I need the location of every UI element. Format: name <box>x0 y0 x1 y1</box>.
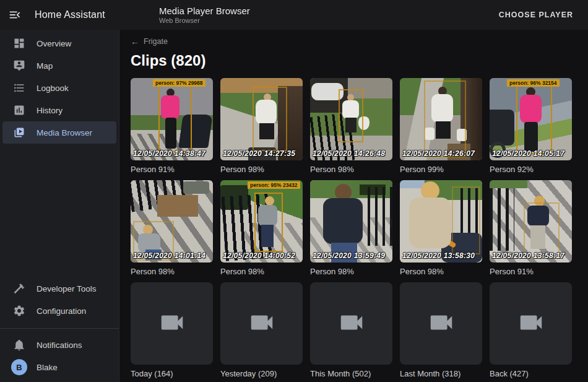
choose-player-button[interactable]: CHOOSE PLAYER <box>494 6 578 24</box>
back-arrow-icon: ← <box>131 38 139 45</box>
detection-label-chip: person: 97% 29988 <box>153 79 205 87</box>
clip-card[interactable]: 12/05/2020 13:58:30 Person 98% <box>400 180 482 277</box>
video-camera-icon <box>337 308 366 339</box>
sidebar-item-label: Developer Tools <box>37 284 97 293</box>
app-title: Home Assistant <box>35 9 105 20</box>
folder-label: Yesterday (209) <box>220 369 303 379</box>
folder-label: This Month (502) <box>310 369 392 379</box>
clip-timestamp: 12/05/2020 14:01:14 <box>133 251 205 260</box>
clip-card[interactable]: person: 95% 23432 12/05/2020 14:00:52 Pe… <box>220 180 303 277</box>
clip-timestamp: 12/05/2020 14:00:52 <box>223 251 295 260</box>
folder-card[interactable]: Yesterday (209) <box>220 282 303 379</box>
clip-card[interactable]: 12/05/2020 14:27:35 Person 98% <box>220 78 303 175</box>
clip-label: Person 98% <box>310 165 392 175</box>
sidebar-item-label: Logbook <box>37 84 69 93</box>
folder-card[interactable]: This Month (502) <box>310 282 392 379</box>
detection-label-chip: person: 96% 32154 <box>507 79 560 87</box>
sidebar-item-notifications[interactable]: Notifications <box>2 334 116 356</box>
video-camera-icon <box>517 308 545 339</box>
video-camera-icon <box>158 308 186 339</box>
clip-card[interactable]: 12/05/2020 14:26:07 Person 99% <box>400 78 482 175</box>
detection-bounding-box <box>516 84 552 154</box>
sidebar-divider <box>0 328 119 329</box>
folder-tile <box>131 282 213 365</box>
detection-bounding-box <box>424 80 466 157</box>
sidebar-item-label: History <box>37 106 63 115</box>
clip-label: Person 98% <box>400 267 482 277</box>
notifications-label: Notifications <box>37 341 82 350</box>
video-camera-icon <box>248 308 276 339</box>
clip-label: Person 92% <box>490 165 572 175</box>
user-name: Blake <box>37 363 58 372</box>
sidebar-item-profile[interactable]: B Blake <box>2 356 116 378</box>
play-box-multiple-icon <box>13 126 25 139</box>
folder-tile <box>400 282 482 365</box>
hammer-icon <box>13 282 25 295</box>
clip-card[interactable]: 12/05/2020 13:59:49 Person 98% <box>310 180 392 277</box>
video-camera-icon <box>427 308 456 339</box>
clip-timestamp: 12/05/2020 14:38:47 <box>133 149 205 158</box>
media-player-title: Media Player Browser <box>159 6 250 17</box>
bell-icon <box>13 339 25 351</box>
clip-thumbnail: person: 96% 32154 12/05/2020 14:05:17 <box>490 78 572 160</box>
folder-label: Today (164) <box>131 369 213 379</box>
folder-tile <box>490 282 572 365</box>
sidebar-nav: Overview Map Logbook History Media Brows… <box>0 30 119 144</box>
folder-card[interactable]: Back (427) <box>490 282 572 379</box>
sidebar-footer: Developer Tools Configuration Notificati… <box>0 277 119 382</box>
clip-timestamp: 12/05/2020 14:27:35 <box>223 149 295 158</box>
media-player-subtitle: Web Browser <box>159 17 250 25</box>
clip-thumbnail: 12/05/2020 14:27:35 <box>220 78 303 160</box>
folder-label: Back (427) <box>490 369 572 379</box>
clip-label: Person 98% <box>131 267 213 277</box>
sidebar-item[interactable]: Logbook <box>2 77 116 99</box>
sidebar-item-label: Overview <box>37 39 71 48</box>
sidebar-item[interactable]: Developer Tools <box>2 277 116 300</box>
sidebar-item[interactable]: Media Browser <box>2 121 116 144</box>
sidebar-item[interactable]: History <box>2 99 116 121</box>
folder-card[interactable]: Today (164) <box>131 282 213 379</box>
clip-label: Person 91% <box>490 267 572 277</box>
sidebar-item[interactable]: Map <box>2 54 116 77</box>
clip-card[interactable]: 12/05/2020 14:01:14 Person 98% <box>131 180 213 277</box>
clip-thumbnail: 12/05/2020 14:26:48 <box>310 78 392 160</box>
breadcrumb-label: Frigate <box>144 37 168 46</box>
view-dashboard-icon <box>13 37 25 50</box>
folder-tile <box>220 282 303 365</box>
clip-timestamp: 12/05/2020 13:58:17 <box>492 251 564 260</box>
folder-card[interactable]: Last Month (318) <box>400 282 482 379</box>
sidebar-item-label: Configuration <box>37 306 86 316</box>
clip-label: Person 99% <box>400 165 482 175</box>
sidebar-item-label: Map <box>37 61 53 71</box>
media-browser-content: ← Frigate Clips (820) person: 97% 29988 … <box>120 30 588 382</box>
list-bulleted-icon <box>13 82 25 94</box>
breadcrumb-back[interactable]: ← Frigate <box>131 36 168 47</box>
clip-thumbnail: person: 95% 23432 12/05/2020 14:00:52 <box>220 180 303 263</box>
sidebar-item-label: Media Browser <box>37 128 92 137</box>
clip-timestamp: 12/05/2020 14:26:48 <box>313 149 385 158</box>
clip-timestamp: 12/05/2020 14:26:07 <box>402 149 475 158</box>
clip-thumbnail: 12/05/2020 14:26:07 <box>400 78 482 160</box>
sidebar-item[interactable]: Configuration <box>2 300 116 322</box>
clip-thumbnail: 12/05/2020 13:58:30 <box>400 180 482 263</box>
sidebar-item[interactable]: Overview <box>2 32 116 54</box>
tooltip-account-icon <box>13 59 25 72</box>
topbar-left: Home Assistant <box>0 0 119 30</box>
clip-label: Person 98% <box>310 267 392 277</box>
clip-card[interactable]: 12/05/2020 13:58:17 Person 91% <box>490 180 572 277</box>
detection-bounding-box <box>254 193 283 252</box>
sidebar: Overview Map Logbook History Media Brows… <box>0 30 119 382</box>
detection-bounding-box <box>253 87 287 151</box>
avatar: B <box>11 359 27 375</box>
chart-box-icon <box>13 104 25 116</box>
detection-label-chip: person: 95% 23432 <box>248 181 300 189</box>
clip-card[interactable]: 12/05/2020 14:26:48 Person 98% <box>310 78 392 175</box>
clip-thumbnail: 12/05/2020 13:58:17 <box>490 180 572 263</box>
clip-card[interactable]: person: 97% 29988 12/05/2020 14:38:47 Pe… <box>131 78 213 175</box>
clips-grid: person: 97% 29988 12/05/2020 14:38:47 Pe… <box>131 78 577 379</box>
clip-label: Person 98% <box>220 165 303 175</box>
menu-open-icon[interactable] <box>0 0 30 30</box>
clip-thumbnail: 12/05/2020 13:59:49 <box>310 180 392 263</box>
folder-label: Last Month (318) <box>400 369 482 379</box>
clip-card[interactable]: person: 96% 32154 12/05/2020 14:05:17 Pe… <box>490 78 572 175</box>
